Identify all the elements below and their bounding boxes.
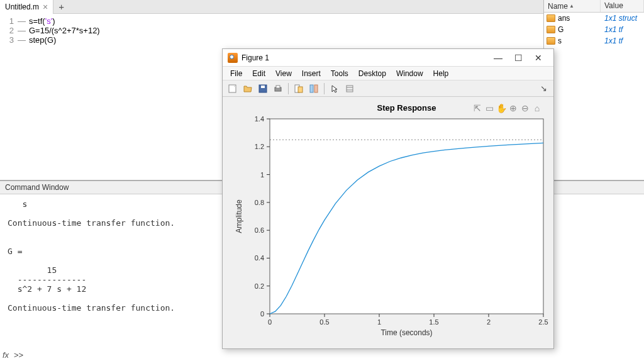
svg-text:1.5: 1.5 (429, 318, 438, 326)
code-line[interactable]: 1—s=tf('s') (0, 16, 543, 26)
editor-tab[interactable]: Untitled.m × (0, 0, 53, 14)
svg-text:1: 1 (377, 318, 381, 326)
svg-text:2: 2 (487, 318, 491, 326)
svg-text:0.6: 0.6 (255, 226, 264, 234)
print-icon[interactable] (272, 82, 284, 95)
workspace-pane: Name▲ Value ans1x1 structG1x1 tfs1x1 tf (544, 0, 644, 180)
save-icon[interactable] (257, 82, 269, 95)
svg-text:0: 0 (268, 318, 272, 326)
workspace-row[interactable]: s1x1 tf (544, 35, 644, 47)
toolbar-chevron-icon[interactable]: ↘ (540, 84, 550, 93)
matlab-icon (228, 53, 238, 63)
svg-rect-7 (310, 85, 313, 92)
svg-rect-2 (261, 86, 265, 88)
svg-text:1.2: 1.2 (255, 143, 264, 150)
svg-text:Time (seconds): Time (seconds) (380, 328, 432, 337)
menu-view[interactable]: View (272, 68, 296, 79)
editor-tab-label: Untitled.m (5, 3, 39, 11)
svg-text:Amplitude: Amplitude (235, 199, 243, 233)
fx-icon: fx (3, 350, 9, 360)
workspace-row[interactable]: G1x1 tf (544, 24, 644, 35)
variable-icon (547, 26, 555, 33)
svg-text:0.5: 0.5 (319, 318, 329, 326)
maximize-button[interactable]: ☐ (508, 51, 528, 65)
new-figure-icon[interactable] (226, 82, 239, 95)
code-area[interactable]: 1—s=tf('s')2—G=15/(s^2+7*s+12)3—step(G) (0, 14, 543, 47)
menu-tools[interactable]: Tools (327, 68, 352, 79)
figure-menubar: FileEditViewInsertToolsDesktopWindowHelp (223, 67, 553, 81)
command-prompt[interactable]: fx >> (3, 350, 23, 360)
close-button[interactable]: ✕ (528, 51, 548, 65)
svg-text:0.4: 0.4 (255, 254, 264, 262)
data-cursor-icon[interactable] (292, 82, 305, 95)
svg-rect-8 (314, 85, 318, 92)
minimize-button[interactable]: — (488, 51, 508, 65)
svg-text:0.2: 0.2 (255, 282, 264, 290)
code-line[interactable]: 2—G=15/(s^2+7*s+12) (0, 26, 543, 35)
workspace-header-value[interactable]: Value (601, 0, 644, 12)
svg-text:0.8: 0.8 (255, 199, 264, 206)
menu-edit[interactable]: Edit (248, 68, 269, 79)
editor-tab-bar: Untitled.m × + (0, 0, 543, 14)
menu-help[interactable]: Help (430, 68, 453, 79)
code-line[interactable]: 3—step(G) (0, 35, 543, 45)
svg-rect-4 (276, 86, 280, 88)
new-tab-button[interactable]: + (53, 1, 69, 12)
svg-text:0: 0 (260, 310, 264, 318)
figure-toolbar: ↘ (223, 81, 553, 97)
figure-title: Figure 1 (242, 53, 488, 62)
svg-rect-12 (270, 119, 543, 314)
close-tab-icon[interactable]: × (43, 2, 48, 12)
svg-text:1.4: 1.4 (255, 115, 264, 123)
figure-titlebar[interactable]: Figure 1 — ☐ ✕ (223, 49, 553, 67)
svg-text:1: 1 (260, 171, 264, 179)
svg-text:Step Response: Step Response (377, 103, 436, 113)
menu-file[interactable]: File (226, 68, 246, 79)
menu-insert[interactable]: Insert (298, 68, 325, 79)
workspace-row[interactable]: ans1x1 struct (544, 13, 644, 24)
workspace-header: Name▲ Value (544, 0, 644, 13)
menu-window[interactable]: Window (392, 68, 427, 79)
svg-rect-6 (298, 87, 303, 92)
svg-text:2.5: 2.5 (538, 318, 548, 326)
link-plot-icon[interactable] (308, 82, 320, 95)
step-response-chart: Step Response00.511.522.500.20.40.60.811… (223, 97, 555, 348)
plot-area[interactable]: ⇱ ▭ ✋ ⊕ ⊖ ⌂ Step Response00.511.522.500.… (223, 97, 553, 348)
open-icon[interactable] (242, 82, 254, 95)
svg-rect-9 (347, 86, 353, 92)
insert-colorbar-icon[interactable] (343, 82, 356, 95)
variable-icon (547, 14, 555, 22)
figure-window[interactable]: Figure 1 — ☐ ✕ FileEditViewInsertToolsDe… (222, 48, 554, 349)
menu-desktop[interactable]: Desktop (355, 68, 390, 79)
pointer-icon[interactable] (328, 82, 341, 95)
workspace-header-name[interactable]: Name▲ (544, 0, 601, 12)
variable-icon (547, 37, 555, 45)
